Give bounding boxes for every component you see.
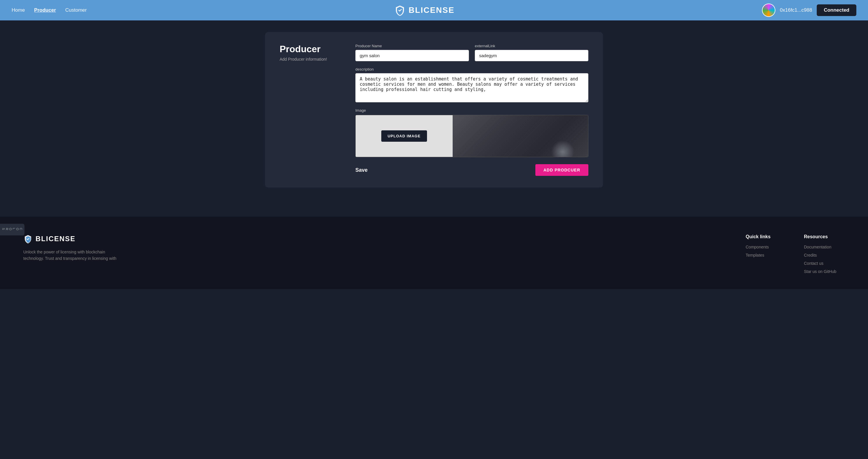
footer-description: Unlock the power of licensing with block… [23,249,122,262]
nav-producer[interactable]: Producer [34,7,56,13]
footer-link-credits[interactable]: Credits [804,253,845,258]
image-section: Image UPLOAD IMAGE [355,108,588,157]
footer-layout: BLICENSE Unlock the power of licensing w… [23,234,845,277]
footer-resources: Resources Documentation Credits Contact … [804,234,845,277]
upload-area[interactable]: UPLOAD IMAGE [355,115,453,157]
footer-logo: BLICENSE [23,234,436,243]
producer-subtitle: Add Producer information! [280,57,338,61]
producer-name-input[interactable] [355,50,469,61]
footer-logo-icon [23,234,33,243]
colors-panel[interactable]: COLORS [0,224,25,235]
main-content: Producer Add Producer information! Produ… [0,21,868,199]
producer-name-label: Producer Name [355,44,469,48]
logo-text: BLICENSE [409,5,455,15]
footer-quick-links-title: Quick links [746,234,786,239]
footer-resources-title: Resources [804,234,845,239]
connected-button[interactable]: Connected [817,4,856,16]
wallet-address: 0x16fc1...c988 [780,7,812,13]
producer-card: Producer Add Producer information! Produ… [265,32,603,188]
wallet-avatar [762,3,775,17]
upload-image-button[interactable]: UPLOAD IMAGE [381,131,427,142]
save-text: Save [355,167,368,173]
image-preview-overlay [453,115,588,157]
footer-link-documentation[interactable]: Documentation [804,245,845,249]
footer-link-contact[interactable]: Contact us [804,261,845,266]
image-label: Image [355,108,588,113]
save-row: Save ADD PRODCUER [355,164,588,176]
nav-customer[interactable]: Customer [65,7,87,13]
add-producer-button[interactable]: ADD PRODCUER [535,164,588,176]
footer-link-templates[interactable]: Templates [746,253,786,258]
footer-link-components[interactable]: Components [746,245,786,249]
external-link-label: externalLink [475,44,588,48]
description-textarea[interactable]: A beauty salon is an establishment that … [355,73,588,103]
producer-left: Producer Add Producer information! [280,44,338,176]
nav-logo: BLICENSE [394,4,455,16]
colors-label: COLORS [2,228,23,231]
description-group: description A beauty salon is an establi… [355,67,588,103]
logo-shield-icon [394,4,406,16]
nav-links: Home Producer Customer [12,7,87,13]
external-link-input[interactable] [475,50,588,61]
producer-page-title: Producer [280,44,338,55]
producer-name-group: Producer Name [355,44,469,61]
external-link-group: externalLink [475,44,588,61]
navbar: Home Producer Customer BLICENSE 0x16fc1.… [0,0,868,21]
producer-layout: Producer Add Producer information! Produ… [280,44,588,176]
footer-quick-links: Quick links Components Templates [746,234,786,261]
form-row-1: Producer Name externalLink [355,44,588,61]
image-container: UPLOAD IMAGE [355,115,588,157]
image-preview [453,115,588,157]
description-label: description [355,67,588,71]
nav-right: 0x16fc1...c988 Connected [762,3,856,17]
footer-logo-text: BLICENSE [35,235,75,243]
producer-form: Producer Name externalLink description A… [355,44,588,176]
form-row-2: description A beauty salon is an establi… [355,67,588,103]
footer: BLICENSE Unlock the power of licensing w… [0,217,868,289]
nav-home[interactable]: Home [12,7,25,13]
footer-link-github[interactable]: Star us on GitHub [804,269,845,274]
footer-brand: BLICENSE Unlock the power of licensing w… [23,234,436,262]
